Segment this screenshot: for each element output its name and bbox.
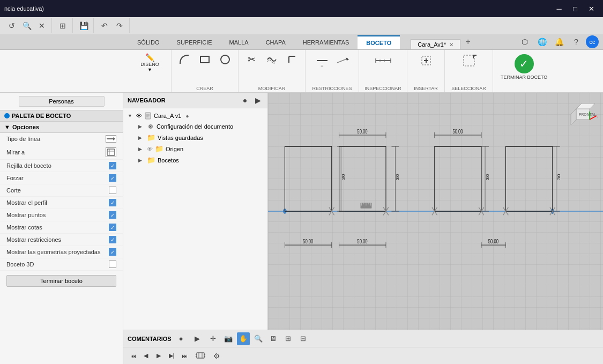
playback-prev-btn[interactable]: ◀ bbox=[140, 351, 151, 361]
user-avatar[interactable]: cc bbox=[586, 35, 599, 48]
nav-icon2[interactable]: 🌐 bbox=[534, 34, 549, 49]
toolbar-group-grid: ⊞ bbox=[53, 18, 73, 33]
terminar-boceto-sidebar-button[interactable]: Terminar boceto bbox=[6, 275, 116, 287]
tipo-linea-icon[interactable] bbox=[106, 135, 116, 143]
mirar-a-icon[interactable] bbox=[106, 147, 116, 157]
close-button2[interactable]: ✕ bbox=[34, 18, 49, 33]
option-checkbox-2[interactable] bbox=[109, 187, 116, 194]
option-checkbox-5[interactable] bbox=[109, 224, 116, 231]
comentarios-right: ✛ 📷 ✋ 🔍 🖥 ⊞ ⊟ bbox=[207, 332, 310, 345]
tab-malla[interactable]: MALLA bbox=[221, 35, 257, 49]
personas-button[interactable]: Personas bbox=[19, 96, 105, 107]
opciones-header[interactable]: ▼ Opciones bbox=[0, 122, 123, 133]
save-button[interactable]: 💾 bbox=[76, 18, 91, 33]
nav-circle-btn[interactable]: ● bbox=[240, 95, 250, 106]
arc-tool[interactable] bbox=[175, 52, 194, 67]
nav-item-bocetos[interactable]: ▶ 📁 Bocetos bbox=[123, 154, 267, 166]
playback-play-btn[interactable]: ▶ bbox=[153, 351, 164, 361]
tool-grid1-btn[interactable]: ⊞ bbox=[282, 332, 295, 345]
tab-solido[interactable]: SÓLIDO bbox=[129, 35, 168, 49]
canvas-area[interactable]: FRONTAL Z bbox=[268, 93, 603, 330]
option-checkbox-0[interactable] bbox=[109, 162, 116, 169]
tab-superficie[interactable]: SUPERFICIE bbox=[168, 35, 221, 49]
terminar-boceto-ribbon-button[interactable]: ✓ TERMINAR BOCETO bbox=[496, 52, 552, 82]
colinear-icon bbox=[335, 53, 350, 68]
insertar-tool[interactable] bbox=[416, 52, 436, 69]
diseño-icon: ✏️ bbox=[145, 53, 154, 62]
nav-icon4[interactable]: ? bbox=[569, 34, 584, 49]
nav-item-origen[interactable]: ▶ 👁 📁 Origen bbox=[123, 143, 267, 154]
tab-herramientas[interactable]: HERRAMIENTAS bbox=[294, 35, 358, 49]
seleccionar-tool[interactable] bbox=[459, 52, 479, 69]
search-button[interactable]: 🔍 bbox=[19, 18, 34, 33]
toolbar-group-save: 💾 bbox=[74, 18, 94, 33]
nav-eye-origen[interactable]: 👁 bbox=[147, 146, 153, 152]
circle-tool[interactable] bbox=[215, 52, 235, 67]
nav-item-vistas[interactable]: ▶ 📁 Vistas guardadas bbox=[123, 132, 267, 143]
document-tab[interactable]: Cara_Av1* ✕ bbox=[411, 39, 460, 49]
playback-next-btn[interactable]: ▶| bbox=[166, 351, 177, 361]
playback-last-btn[interactable]: ⏭ bbox=[179, 351, 190, 361]
tab-chapa[interactable]: CHAPA bbox=[257, 35, 294, 49]
tool-screen-btn[interactable]: 🖥 bbox=[267, 332, 280, 345]
grid-button[interactable]: ⊞ bbox=[55, 18, 70, 33]
maximize-button[interactable]: □ bbox=[568, 1, 583, 16]
option-checkbox-3[interactable] bbox=[109, 199, 116, 206]
opciones-arrow: ▼ bbox=[4, 124, 10, 130]
playback-first-btn[interactable]: ⏮ bbox=[128, 351, 138, 361]
rect-tool[interactable] bbox=[195, 52, 214, 67]
tool-move-btn[interactable]: ✛ bbox=[207, 332, 220, 345]
option-checkbox-6[interactable] bbox=[109, 236, 116, 243]
svg-text:50.00: 50.00 bbox=[357, 128, 368, 135]
equal-constraint[interactable]: = bbox=[312, 52, 332, 69]
nav-canvas-row: NAVEGADOR ● ▶ ▼ 👁 Cara_A v1 bbox=[123, 93, 603, 330]
nav-item-config[interactable]: ▶ Configuración del documento bbox=[123, 121, 267, 132]
svg-text:50.00: 50.00 bbox=[303, 237, 314, 244]
option-checkbox-7[interactable] bbox=[109, 248, 116, 256]
refresh-button[interactable]: ↺ bbox=[4, 18, 19, 33]
ribbon-section-restricciones: = RESTRICCIONES bbox=[306, 50, 359, 92]
diseño-tool[interactable]: ✏️ DISEÑO ▼ bbox=[138, 52, 161, 73]
settings-btn[interactable]: ⚙ bbox=[209, 348, 224, 363]
seleccionar-icon bbox=[461, 53, 477, 68]
option-label-5: Mostrar cotas bbox=[6, 224, 42, 231]
measure-tool[interactable] bbox=[373, 52, 394, 69]
fillet-tool[interactable] bbox=[282, 52, 302, 67]
svg-text:50.00: 50.00 bbox=[357, 237, 368, 244]
option-tipo-linea: Tipo de línea bbox=[0, 133, 123, 145]
redo-button[interactable]: ↷ bbox=[112, 18, 127, 33]
tool-camera-btn[interactable]: 📷 bbox=[222, 332, 235, 345]
option-label-6: Mostrar restricciones bbox=[6, 236, 61, 243]
option-checkbox-4[interactable] bbox=[109, 211, 116, 219]
comentarios-circle-btn[interactable]: ● bbox=[175, 332, 188, 345]
close-button[interactable]: ✕ bbox=[584, 1, 599, 16]
tool-zoom-btn[interactable]: 🔍 bbox=[252, 332, 265, 345]
tab-boceto[interactable]: BOCETO bbox=[358, 35, 400, 49]
nav-icon3[interactable]: 🔔 bbox=[552, 34, 567, 49]
nav-icon1[interactable]: ⬡ bbox=[517, 34, 532, 49]
scissors-tool[interactable]: ✂ bbox=[242, 53, 261, 66]
nav-label-vistas: Vistas guardadas bbox=[158, 135, 203, 141]
crear-label: CREAR bbox=[196, 86, 213, 91]
ribbon-section-modificar: ✂ MODIFICAR bbox=[239, 50, 306, 92]
comentarios-expand-btn[interactable]: ▶ bbox=[191, 332, 204, 345]
nav-collapse-btn[interactable]: ▶ bbox=[252, 95, 263, 106]
doc-tab-close[interactable]: ✕ bbox=[449, 42, 453, 48]
nav-eye-cara[interactable]: 👁 bbox=[136, 113, 142, 119]
offset-tool[interactable] bbox=[262, 52, 281, 67]
new-tab-button[interactable]: + bbox=[460, 34, 475, 49]
tipo-linea-label: Tipo de línea bbox=[6, 136, 40, 142]
tool-hand-btn[interactable]: ✋ bbox=[237, 332, 250, 345]
rect-icon bbox=[198, 53, 211, 66]
option-checkbox-1[interactable] bbox=[109, 174, 116, 182]
svg-rect-100 bbox=[196, 356, 197, 357]
seleccionar-tools bbox=[459, 52, 479, 69]
undo-button[interactable]: ↶ bbox=[97, 18, 112, 33]
option-checkbox-8[interactable] bbox=[109, 261, 116, 268]
minimize-button[interactable]: ─ bbox=[552, 1, 567, 16]
svg-text:30: 30 bbox=[396, 174, 400, 180]
nav-item-cara[interactable]: ▼ 👁 Cara_A v1 ● bbox=[123, 110, 267, 121]
tool-grid2-btn[interactable]: ⊟ bbox=[297, 332, 310, 345]
ribbon-section-crear: CREAR bbox=[172, 50, 239, 92]
colinear-constraint[interactable] bbox=[333, 52, 352, 69]
